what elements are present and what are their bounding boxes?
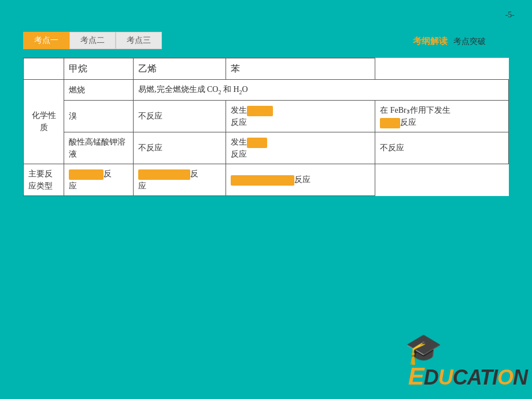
kmno4-ethylene: 发生 反应 <box>226 132 375 164</box>
bromine-ethylene: 发生 反应 <box>226 100 375 132</box>
graduate-figure: 🎓 <box>405 334 442 364</box>
col-benzene: 苯 <box>226 58 375 80</box>
edu-cation: CATI <box>453 365 497 389</box>
tab-3[interactable]: 考点三 <box>116 32 162 49</box>
bromine-label: 溴 <box>64 100 134 132</box>
blank-kmno4-ethylene <box>247 138 267 148</box>
tab-2[interactable]: 考点二 <box>69 32 116 49</box>
bromine-benzene: 在 FeBr₃作用下发生 反应 <box>375 100 509 132</box>
col-ethylene: 乙烯 <box>134 58 226 80</box>
edu-remaining: D <box>424 365 438 389</box>
section-chemistry: 化学性质 <box>24 80 64 164</box>
main-methane: 反应 <box>64 164 134 195</box>
blank-main-ethylene <box>138 169 190 180</box>
main-benzene: 反应 <box>226 164 375 195</box>
edu-o: O <box>497 365 513 389</box>
blank-bromine-ethylene <box>247 106 273 116</box>
main-type-row: 主要反应类型 反应 反应 反应 <box>24 164 509 195</box>
blank-bromine-benzene <box>380 118 400 128</box>
main-ethylene: 反应 <box>134 164 226 195</box>
main-type-label: 主要反应类型 <box>24 164 64 195</box>
kmno4-label: 酸性高锰酸钾溶液 <box>64 132 134 164</box>
kaodian-label: 考点突破 <box>453 36 486 47</box>
header-right: 考纲解读 考点突破 <box>413 36 486 47</box>
chemistry-label: 化学性质 <box>28 109 59 134</box>
chemistry-table: 甲烷 乙烯 苯 化学性质 燃烧 易燃,完全燃烧生成 CO2 和 H2O 溴 不反… <box>23 58 509 196</box>
tab-1[interactable]: 考点一 <box>23 32 69 49</box>
kmno4-row: 酸性高锰酸钾溶液 不反应 发生 反应 不反应 <box>24 132 509 164</box>
bromine-methane: 不反应 <box>134 100 226 132</box>
col-empty <box>24 58 64 80</box>
blank-main-methane <box>69 169 104 180</box>
page-number: -5- <box>505 10 515 20</box>
kmno4-methane: 不反应 <box>134 132 226 164</box>
kmno4-benzene: 不反应 <box>375 132 509 164</box>
combustion-label: 燃烧 <box>64 80 134 101</box>
table-header-row: 甲烷 乙烯 苯 <box>24 58 509 80</box>
edu-u: U <box>438 365 453 389</box>
edu-e-letter: E <box>408 363 424 390</box>
tabs-container: 考点一 考点二 考点三 <box>23 32 162 49</box>
edu-n: N <box>513 365 527 389</box>
main-table-container: 甲烷 乙烯 苯 化学性质 燃烧 易燃,完全燃烧生成 CO2 和 H2O 溴 不反… <box>23 58 509 196</box>
bromine-row: 溴 不反应 发生 反应 在 FeBr₃作用下发生 反应 <box>24 100 509 132</box>
combustion-content: 易燃,完全燃烧生成 CO2 和 H2O <box>134 80 509 101</box>
education-text: EDUCATION <box>408 363 527 390</box>
col-methane: 甲烷 <box>64 58 134 80</box>
combustion-row: 化学性质 燃烧 易燃,完全燃烧生成 CO2 和 H2O <box>24 80 509 101</box>
kaogan-label: 考纲解读 <box>413 36 448 47</box>
blank-main-benzene <box>231 175 294 186</box>
